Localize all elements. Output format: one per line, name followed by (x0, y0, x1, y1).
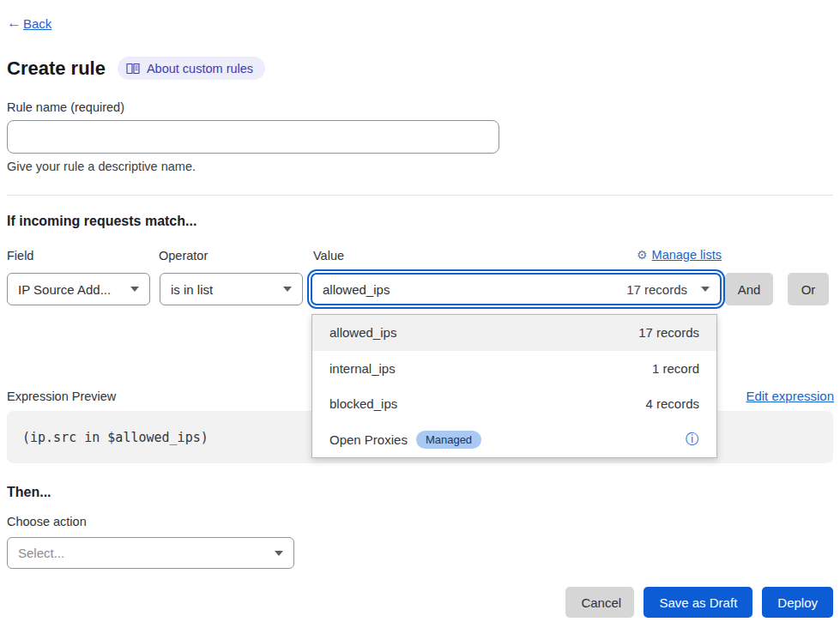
list-item-name: Open Proxies (329, 432, 408, 447)
field-select-value: IP Source Add... (18, 282, 130, 297)
value-column-label: Value (313, 249, 344, 263)
list-item-records: 1 record (652, 361, 699, 376)
page-title: Create rule (7, 57, 106, 80)
field-column-label: Field (7, 249, 33, 263)
rule-name-helper-text: Give your rule a descriptive name. (7, 160, 196, 173)
list-item[interactable]: allowed_ips 17 records (312, 315, 716, 351)
list-item-records: 17 records (638, 325, 699, 340)
create-rule-page: ← Back Create rule About custom rules Ru… (0, 0, 840, 634)
choose-action-label: Choose action (7, 515, 87, 528)
and-button[interactable]: And (725, 273, 773, 305)
deploy-button[interactable]: Deploy (762, 587, 833, 618)
manage-lists-link[interactable]: ⚙ Manage lists (637, 248, 722, 262)
list-item[interactable]: internal_ips 1 record (312, 351, 716, 387)
section-divider (7, 195, 833, 196)
list-item-name: internal_ips (329, 361, 396, 376)
list-item[interactable]: blocked_ips 4 records (312, 386, 716, 422)
about-custom-rules-label: About custom rules (147, 62, 253, 75)
save-as-draft-button[interactable]: Save as Draft (644, 587, 752, 618)
value-select-name: allowed_ips (323, 282, 626, 297)
managed-badge: Managed (416, 431, 481, 449)
or-button[interactable]: Or (788, 273, 829, 305)
match-section-heading: If incoming requests match... (7, 214, 196, 229)
back-link-label[interactable]: Back (23, 16, 51, 31)
action-select[interactable]: Select... (7, 537, 294, 569)
list-item-name: allowed_ips (329, 325, 396, 340)
chevron-down-icon (283, 287, 292, 292)
footer-actions: Cancel Save as Draft Deploy (565, 587, 833, 618)
info-icon[interactable]: ⓘ (686, 432, 699, 446)
expression-preview-label: Expression Preview (7, 389, 116, 403)
list-item-name: blocked_ips (329, 396, 397, 411)
back-link[interactable]: ← Back (7, 15, 51, 32)
then-section-heading: Then... (7, 485, 51, 500)
chevron-down-icon (130, 287, 139, 292)
cancel-button[interactable]: Cancel (565, 587, 634, 618)
expression-code: (ip.src in $allowed_ips) (22, 430, 208, 445)
list-item-records: 4 records (645, 396, 699, 411)
value-select[interactable]: allowed_ips 17 records (311, 273, 722, 305)
action-select-placeholder: Select... (18, 546, 275, 560)
value-select-records: 17 records (626, 282, 687, 297)
title-row: Create rule About custom rules (7, 57, 265, 80)
rule-name-label: Rule name (required) (7, 100, 124, 114)
gear-icon: ⚙ (637, 248, 648, 262)
operator-column-label: Operator (159, 249, 208, 263)
chevron-down-icon (275, 551, 283, 556)
manage-lists-label[interactable]: Manage lists (652, 248, 722, 262)
operator-select-value: is in list (171, 282, 283, 297)
back-arrow-icon: ← (7, 15, 21, 32)
chevron-down-icon (701, 287, 710, 292)
field-select[interactable]: IP Source Add... (7, 273, 150, 305)
edit-expression-link[interactable]: Edit expression (746, 389, 834, 403)
book-icon (126, 63, 140, 75)
operator-select[interactable]: is in list (160, 273, 303, 305)
value-dropdown-panel: allowed_ips 17 records internal_ips 1 re… (311, 314, 717, 458)
list-item[interactable]: Open Proxies Managed ⓘ (312, 422, 716, 458)
about-custom-rules-link[interactable]: About custom rules (118, 57, 265, 80)
rule-name-input[interactable] (7, 120, 499, 154)
